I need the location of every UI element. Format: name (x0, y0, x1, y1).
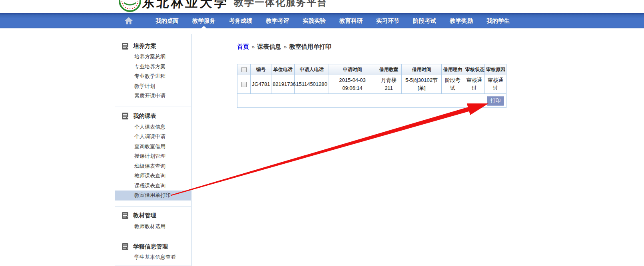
home-button[interactable] (120, 13, 138, 28)
col-header-unit-phone: 单位电话 (271, 64, 295, 75)
cell-status: 审核通过 (464, 75, 485, 94)
sidebar-item-major-teaching-process[interactable]: 专业教学进程 (115, 71, 191, 81)
sidebar-group-textbook-mgmt[interactable]: 教材管理 (115, 210, 191, 222)
nav-item-internship[interactable]: 实习环节 (369, 13, 406, 28)
nav-item-education-research[interactable]: 教育科研 (333, 13, 369, 28)
sidebar-group-title: 学籍信息管理 (133, 243, 168, 250)
sidebar-group-title: 培养方案 (133, 42, 156, 50)
col-header-review-reason: 审核原因 (485, 64, 506, 75)
cell-reason: 阶段考试 (442, 75, 464, 94)
main-navbar: 我的桌面 教学服务 考务成绩 教学考评 实践实验 教育科研 实习环节 阶段考试 … (0, 13, 644, 28)
sidebar-item-training-outline[interactable]: 培养方案总纲 (115, 52, 191, 62)
header-banner: 东北林业大学 教学一体化服务平台 (0, 0, 644, 13)
sidebar-item-teaching-plan[interactable]: 教学计划 (115, 81, 191, 91)
col-header-id: 编号 (251, 64, 271, 75)
sidebar-divider (115, 266, 191, 266)
sidebar-item-class-timetable-query[interactable]: 班级课表查询 (115, 161, 191, 171)
col-header-status: 审核状态 (464, 64, 485, 75)
page: 东北林业大学 教学一体化服务平台 我的桌面 教学服务 考务成绩 教学考评 实践实… (0, 0, 644, 266)
cell-borrow-time: 5-5周30102节 [单] (402, 75, 442, 94)
cell-applicant-phone: 15114501280 (295, 75, 329, 94)
university-name: 东北林业大学 (142, 0, 229, 11)
sidebar-item-major-training-plan[interactable]: 专业培养方案 (115, 62, 191, 72)
sidebar-group-my-timetable[interactable]: 我的课表 (115, 110, 191, 122)
print-button[interactable]: 打印 (487, 96, 504, 106)
home-icon (125, 17, 133, 24)
sidebar-item-teaching-plan-mgmt[interactable]: 授课计划管理 (115, 151, 191, 161)
cell-apply-time: 2015-04-03 09:06:14 (329, 75, 376, 94)
sidebar-item-personal-course-change[interactable]: 个人调课申请 (115, 132, 191, 142)
nav-item-teaching-service[interactable]: 教学服务 (185, 13, 222, 28)
breadcrumb: 首页»课表信息»教室借用单打印 (237, 43, 331, 51)
nav-item-my-students[interactable]: 我的学生 (480, 13, 516, 28)
row-checkbox[interactable] (241, 82, 247, 87)
sidebar-item-personal-timetable[interactable]: 个人课表信息 (115, 122, 191, 132)
sidebar-item-query-room-borrow[interactable]: 查询教室借用 (115, 142, 191, 152)
university-logo-icon (118, 0, 142, 12)
sidebar-item-quality-course-apply[interactable]: 素质开课申请 (115, 91, 191, 101)
sidebar-divider (115, 237, 191, 237)
notes-icon (122, 42, 129, 50)
nav-item-teaching-award[interactable]: 教学奖励 (443, 13, 480, 28)
table-header-row: 编号 单位电话 申请人电话 申请时间 借用教室 借用时间 借用理由 审核状态 审… (237, 64, 506, 75)
cell-room: 丹青楼 211 (376, 75, 402, 94)
cell-unit-phone: 82191736 (271, 75, 295, 94)
nav-item-teaching-eval[interactable]: 教学考评 (259, 13, 296, 28)
sidebar-item-teacher-timetable-query[interactable]: 教师课表查询 (115, 171, 191, 181)
notes-icon (122, 243, 129, 250)
breadcrumb-current-page: 教室借用单打印 (289, 43, 331, 50)
table-footer-cell: 打印 (237, 94, 506, 108)
sidebar-divider (115, 206, 191, 206)
col-header-apply-time: 申请时间 (329, 64, 376, 75)
breadcrumb-timetable-info: 课表信息 (257, 43, 281, 50)
sidebar-group-student-info-mgmt[interactable]: 学籍信息管理 (115, 240, 191, 252)
row-select-cell (237, 75, 251, 94)
sidebar-item-course-timetable-query[interactable]: 课程课表查询 (115, 181, 191, 191)
sidebar-group-title: 教材管理 (133, 212, 156, 219)
col-header-applicant-phone: 申请人电话 (295, 64, 329, 75)
sidebar-group-training-plan[interactable]: 培养方案 (115, 40, 191, 52)
sidebar: 培养方案 培养方案总纲 专业培养方案 专业教学进程 教学计划 素质开课申请 我的… (115, 34, 191, 266)
nav-menu: 我的桌面 教学服务 考务成绩 教学考评 实践实验 教育科研 实习环节 阶段考试 … (149, 13, 516, 28)
nav-item-exam-scores[interactable]: 考务成绩 (222, 13, 259, 28)
borrow-records-table: 编号 单位电话 申请人电话 申请时间 借用教室 借用时间 借用理由 审核状态 审… (237, 64, 506, 108)
breadcrumb-separator: » (281, 43, 289, 50)
select-all-checkbox[interactable] (241, 67, 247, 72)
col-header-reason: 借用理由 (442, 64, 464, 75)
cell-review-reason: 审核通过 (485, 75, 506, 94)
select-all-cell (237, 64, 251, 75)
nav-item-stage-exam[interactable]: 阶段考试 (406, 13, 443, 28)
table-row: JG4781 82191736 15114501280 2015-04-03 0… (237, 75, 506, 94)
sidebar-divider (115, 107, 191, 107)
sidebar-item-room-borrow-print[interactable]: 教室借用单打印 (115, 191, 191, 200)
breadcrumb-home-link[interactable]: 首页 (237, 43, 249, 50)
sidebar-item-teacher-textbook-select[interactable]: 教师教材选用 (115, 222, 191, 232)
table-footer-row: 打印 (237, 94, 506, 108)
sidebar-item-student-basic-info[interactable]: 学生基本信息查看 (115, 252, 191, 262)
notes-icon (122, 212, 129, 219)
nav-item-practice-experiment[interactable]: 实践实验 (296, 13, 333, 28)
platform-name: 教学一体化服务平台 (234, 0, 327, 9)
notes-icon (122, 112, 129, 120)
col-header-room: 借用教室 (376, 64, 402, 75)
breadcrumb-separator: » (249, 43, 257, 50)
annotation-arrow (0, 0, 644, 266)
nav-item-desktop[interactable]: 我的桌面 (149, 13, 185, 28)
cell-id: JG4781 (251, 75, 271, 94)
sidebar-group-title: 我的课表 (133, 112, 156, 120)
col-header-borrow-time: 借用时间 (402, 64, 442, 75)
